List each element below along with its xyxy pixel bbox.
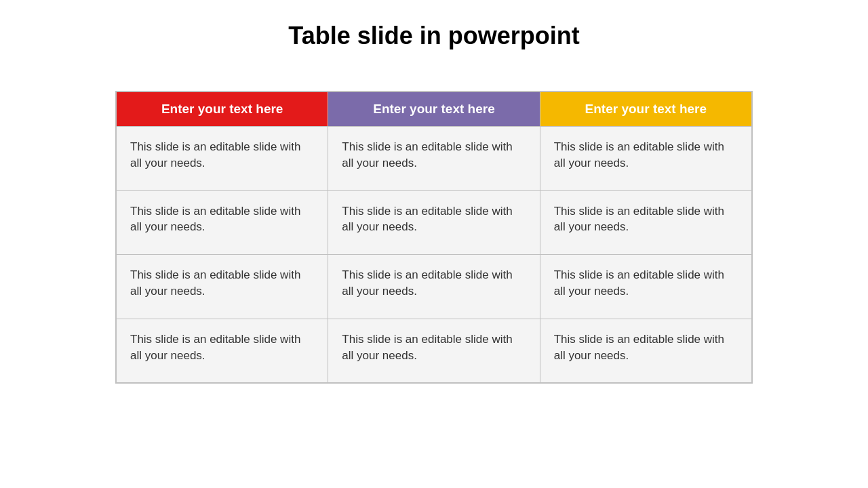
table-cell-r1-c0: This slide is an editable slide with all… (117, 190, 328, 255)
main-table: Enter your text here Enter your text her… (116, 92, 752, 383)
table-cell-r2-c1: This slide is an editable slide with all… (328, 255, 540, 319)
header-col-3: Enter your text here (540, 92, 751, 127)
table-cell-r0-c2: This slide is an editable slide with all… (540, 127, 751, 191)
table-header-row: Enter your text here Enter your text her… (117, 92, 752, 127)
table-cell-r2-c2: This slide is an editable slide with all… (540, 255, 751, 319)
header-col-1: Enter your text here (117, 92, 328, 127)
table-cell-r0-c0: This slide is an editable slide with all… (117, 127, 328, 191)
table-cell-r2-c0: This slide is an editable slide with all… (117, 255, 328, 319)
table-row: This slide is an editable slide with all… (117, 319, 752, 383)
table-cell-r3-c2: This slide is an editable slide with all… (540, 319, 751, 383)
table-cell-r3-c0: This slide is an editable slide with all… (117, 319, 328, 383)
table-cell-r1-c1: This slide is an editable slide with all… (328, 190, 540, 255)
table-cell-r3-c1: This slide is an editable slide with all… (328, 319, 540, 383)
page-title: Table slide in powerpoint (288, 22, 579, 50)
table-row: This slide is an editable slide with all… (117, 255, 752, 319)
table-container: Enter your text here Enter your text her… (115, 91, 753, 384)
table-cell-r1-c2: This slide is an editable slide with all… (540, 190, 751, 255)
table-row: This slide is an editable slide with all… (117, 127, 752, 191)
header-col-2: Enter your text here (328, 92, 540, 127)
table-row: This slide is an editable slide with all… (117, 190, 752, 255)
table-cell-r0-c1: This slide is an editable slide with all… (328, 127, 540, 191)
